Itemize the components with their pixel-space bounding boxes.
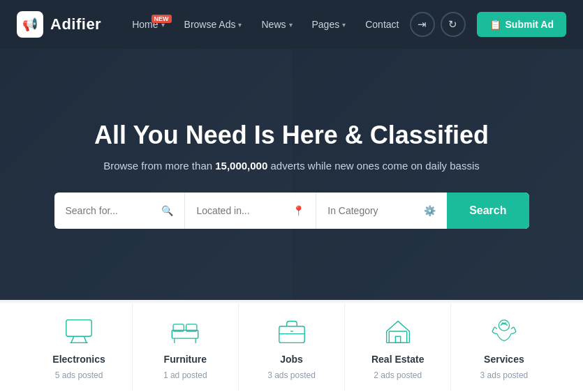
navbar: 📢 Adifier Home NEW ▾ Browse Ads ▾ News ▾… [0,0,583,49]
house-svg [383,317,413,345]
chevron-down-icon: ▾ [342,21,346,29]
category-jobs[interactable]: Jobs 3 ads posted [239,303,345,391]
category-name: Services [484,354,524,365]
refresh-button[interactable]: ↻ [441,12,466,37]
category-name: Furniture [164,354,207,365]
chevron-down-icon: ▾ [289,21,293,29]
search-keyword-input[interactable] [66,205,156,216]
services-icon [486,315,522,348]
search-icon: 🔍 [161,205,173,216]
svg-line-1 [71,336,74,342]
category-real-estate[interactable]: Real Estate 2 ads posted [345,303,451,391]
svg-point-19 [499,320,509,331]
svg-rect-14 [389,331,406,342]
svg-rect-0 [66,320,91,337]
nav-actions: ⇥ ↻ 📋 Submit Ad [410,12,566,37]
nav-item-pages[interactable]: Pages ▾ [304,13,355,36]
electronics-icon [61,315,97,348]
category-count: 1 ad posted [163,370,207,380]
category-name: Jobs [280,354,303,365]
categories-list: Electronics 5 ads posted Furniture 1 ad … [27,303,557,391]
logo-icon: 📢 [17,11,43,38]
jobs-icon [274,315,310,348]
nav-item-news[interactable]: News ▾ [253,13,300,36]
tv-svg [64,317,94,345]
category-count: 3 ads posted [480,370,529,380]
search-button[interactable]: Search [447,193,529,229]
category-icon: ⚙️ [424,205,436,216]
svg-rect-11 [279,326,304,343]
furniture-icon [167,315,203,348]
search-bar: 🔍 📍 ⚙️ Search [54,193,529,229]
category-count: 2 ads posted [374,370,422,380]
svg-line-2 [84,336,87,342]
submit-ad-icon: 📋 [489,19,501,30]
chevron-down-icon: ▾ [238,21,242,29]
brand-name: Adifier [50,15,101,33]
category-furniture[interactable]: Furniture 1 ad posted [133,303,239,391]
search-category-input[interactable] [327,205,418,216]
categories-section: Electronics 5 ads posted Furniture 1 ad … [0,300,583,392]
logo[interactable]: 📢 Adifier [17,11,101,38]
login-button[interactable]: ⇥ [410,12,435,37]
submit-ad-button[interactable]: 📋 Submit Ad [477,12,566,37]
category-services[interactable]: Services 3 ads posted [451,303,556,391]
hero-subtitle: Browse from more than 15,000,000 adverts… [54,160,529,172]
hero-title: All You Need Is Here & Classified [54,120,529,150]
nav-item-contact[interactable]: Contact [357,13,407,36]
login-icon: ⇥ [418,18,427,31]
chevron-down-icon: ▾ [161,21,165,29]
nav-item-browse-ads[interactable]: Browse Ads ▾ [176,13,251,36]
refresh-icon: ↻ [448,18,457,31]
nav-links: Home NEW ▾ Browse Ads ▾ News ▾ Pages ▾ C… [124,13,409,36]
real-estate-icon [380,315,416,348]
hero-content: All You Need Is Here & Classified Browse… [27,120,557,229]
category-electronics[interactable]: Electronics 5 ads posted [27,303,133,391]
nav-item-home[interactable]: Home NEW ▾ [124,13,172,36]
handshake-svg [489,317,519,345]
category-name: Real Estate [371,354,424,365]
hero-section: All You Need Is Here & Classified Browse… [0,49,583,300]
search-location-input[interactable] [196,205,287,216]
search-category-field: ⚙️ [316,193,447,229]
search-location-field: 📍 [185,193,316,229]
category-count: 3 ads posted [267,370,316,380]
svg-rect-15 [395,336,400,342]
bed-svg [170,317,200,345]
location-icon: 📍 [293,205,304,216]
category-count: 5 ads posted [55,370,103,380]
search-keyword-field: 🔍 [54,193,186,229]
briefcase-svg [276,317,307,345]
category-name: Electronics [52,354,105,365]
